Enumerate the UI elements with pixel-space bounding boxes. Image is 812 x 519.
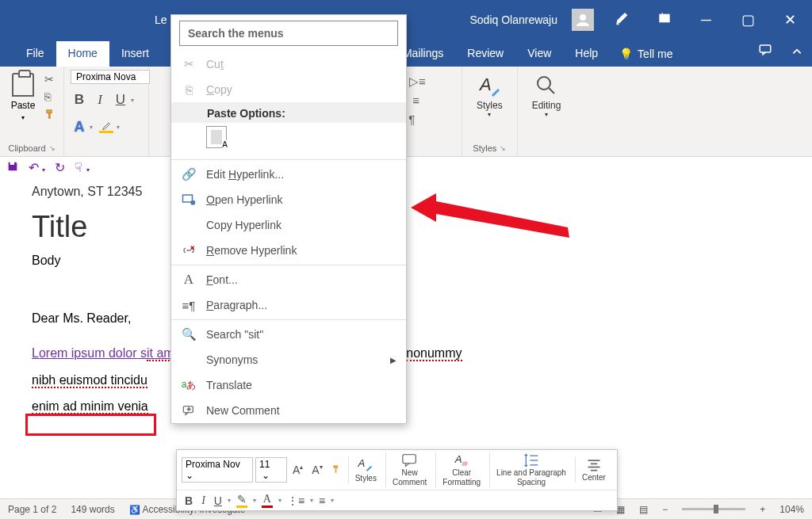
text-effects-button[interactable]: A [72,119,86,135]
menu-search-sit[interactable]: 🔍 Search "sit" [171,322,406,347]
comments-icon[interactable] [749,43,782,67]
ribbon-chevron-up-icon[interactable] [782,46,812,67]
pen-icon[interactable] [608,11,636,29]
tell-me[interactable]: 💡 Tell me [610,48,682,67]
menu-synonyms[interactable]: Synonyms ▶ [171,347,406,372]
paragraph-icon: ≡¶ [181,299,197,312]
view-web-button[interactable]: ▤ [639,504,648,515]
zoom-out-button[interactable]: − [662,504,668,515]
mini-underline-button[interactable]: U [211,494,225,507]
copy-icon[interactable]: ⎘ [44,90,57,103]
menu-search-input[interactable]: Search the menus [179,21,398,46]
user-name: Sodiq Olanrewaju [469,13,557,26]
close-button[interactable]: ✕ [776,11,804,29]
styles-launcher[interactable]: ↘ [500,144,506,152]
body-label: Body [32,254,812,268]
mini-bold-button[interactable]: B [182,494,196,507]
tab-review[interactable]: Review [455,41,515,67]
shrink-font-button[interactable]: A▾ [308,464,325,476]
mini-bullets-button[interactable]: ⋮≡ [284,494,308,507]
highlight-button[interactable] [99,121,113,133]
mini-italic-button[interactable]: I [198,494,209,507]
touch-mode-button[interactable]: ☟ ▾ [75,160,89,175]
mini-numbering-button[interactable]: ≡ [316,494,328,507]
svg-point-5 [538,77,550,90]
svg-point-9 [190,200,195,205]
menu-edit-hyperlink[interactable]: 🔗 Edit Hyperlink... [171,162,406,187]
svg-rect-8 [183,195,193,202]
menu-paragraph[interactable]: ≡¶ Paragraph... [171,292,406,318]
hyperlink-text[interactable]: Lorem ipsum dolor s [32,346,147,360]
word-count[interactable]: 149 words [71,504,114,515]
save-button[interactable] [6,160,19,176]
user-avatar[interactable] [572,9,594,31]
paragraph-2: nibh euismod tincidu [32,367,812,394]
redo-button[interactable]: ↻ [55,160,65,175]
menu-font[interactable]: A Font... [171,267,406,292]
window-icon[interactable] [650,12,678,29]
svg-rect-15 [402,455,415,464]
menu-open-hyperlink[interactable]: Open Hyperlink [171,187,406,212]
zoom-level[interactable]: 104% [779,504,804,515]
menu-copy[interactable]: ⎘ Copy [171,77,406,102]
styles-button[interactable]: A Styles ▾ [469,70,511,121]
ribbon-group-editing: Editing ▾ [518,67,576,156]
paragraph-1: Lorem ipsum dolor sit amet, consectetuer… [32,340,812,367]
cut-icon: ✂ [181,57,197,71]
svg-text:+: + [187,406,190,413]
font-name-selector[interactable]: Proxima Nova [71,70,150,84]
title-heading: Title [32,210,812,244]
undo-button[interactable]: ↶ ▾ [29,160,45,175]
grow-font-button[interactable]: A▴ [289,464,306,476]
svg-rect-3 [760,45,771,52]
svg-text:A: A [454,453,462,465]
maximize-button[interactable]: ▢ [734,11,762,29]
callout-highlight-link [25,414,156,436]
cut-icon[interactable]: ✂ [44,73,57,86]
mini-clear-formatting-button[interactable]: A Clear Formatting [435,452,487,487]
bold-button[interactable]: B [72,92,86,108]
mini-font-color-button[interactable]: A [259,493,276,508]
paste-button[interactable]: Paste ▾ [6,70,40,121]
tab-file[interactable]: File [14,41,56,67]
editing-button[interactable]: Editing ▾ [524,70,569,121]
format-painter-icon[interactable] [44,108,57,123]
paste-options: A [171,123,406,158]
mini-line-spacing-button[interactable]: Line and Paragraph Spacing [489,452,573,487]
remove-link-icon [181,244,197,257]
mini-highlight-button[interactable]: ✎ [233,493,251,508]
comment-icon: + [181,405,197,416]
tab-help[interactable]: Help [563,41,610,67]
mini-center-button[interactable]: Center [575,457,612,483]
format-painter-icon[interactable] [328,464,346,477]
svg-text:A: A [358,457,366,469]
svg-line-6 [549,88,554,93]
tab-home[interactable]: Home [56,41,109,67]
mini-new-comment-button[interactable]: New Comment [385,452,433,487]
mini-toolbar: Proxima Nov ⌄ 11 ⌄ A▴ A▾ A Styles New Co… [176,449,618,511]
salutation: Dear Ms. Reader, [32,311,812,326]
tab-insert[interactable]: Insert [109,41,161,67]
tab-view[interactable]: View [515,41,563,67]
zoom-in-button[interactable]: + [760,504,765,515]
mini-font-selector[interactable]: Proxima Nov ⌄ [182,457,253,483]
menu-translate[interactable]: aあ Translate [171,372,406,398]
paste-keep-text-icon[interactable]: A [206,126,227,148]
minimize-button[interactable]: ─ [692,12,720,29]
svg-text:A: A [478,74,492,94]
zoom-slider[interactable] [682,508,745,510]
mini-size-selector[interactable]: 11 ⌄ [255,457,287,483]
mini-styles-button[interactable]: A Styles [348,456,383,483]
italic-button[interactable]: I [93,92,107,108]
font-icon: A [181,272,197,288]
link-icon: 🔗 [181,167,197,181]
copy-icon: ⎘ [181,83,197,97]
menu-cut[interactable]: ✂ Cut [171,52,406,77]
underline-button[interactable]: U [113,92,128,108]
menu-new-comment[interactable]: + New Comment [171,398,406,423]
chevron-right-icon: ▶ [390,356,396,364]
menu-copy-hyperlink[interactable]: Copy Hyperlink [171,212,406,238]
clipboard-launcher[interactable]: ↘ [49,144,56,152]
page-indicator[interactable]: Page 1 of 2 [8,504,56,515]
menu-remove-hyperlink[interactable]: Remove Hyperlink [171,238,406,263]
